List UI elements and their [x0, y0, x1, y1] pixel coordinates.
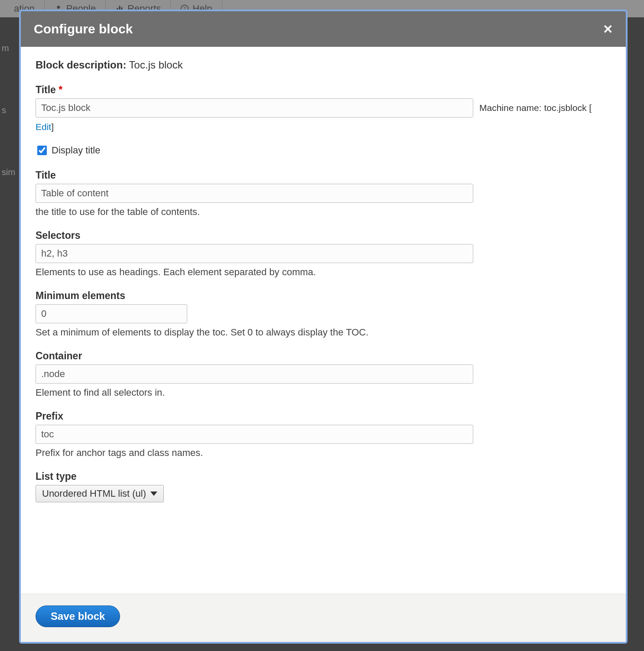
- toc-title-label: Title: [36, 169, 611, 181]
- field-prefix: Prefix Prefix for anchor tags and class …: [36, 410, 611, 459]
- field-list-type: List type Unordered HTML list (ul): [36, 471, 611, 502]
- selectors-input[interactable]: [36, 244, 473, 263]
- field-display-title: Display title: [36, 144, 611, 156]
- prefix-desc: Prefix for anchor tags and class names.: [36, 447, 611, 459]
- selectors-label: Selectors: [36, 230, 611, 241]
- configure-block-dialog: Configure block ✕ Block description: Toc…: [19, 10, 628, 644]
- field-toc-title: Title the title to use for the table of …: [36, 169, 611, 218]
- container-input[interactable]: [36, 365, 473, 384]
- display-title-label: Display title: [52, 145, 100, 156]
- toc-title-desc: the title to use for the table of conten…: [36, 206, 611, 218]
- field-main-title: Title * Machine name: toc.jsblock [ Edit…: [36, 84, 611, 132]
- container-desc: Element to find all selectors in.: [36, 387, 611, 398]
- min-elements-label: Minimum elements: [36, 290, 611, 302]
- selectors-desc: Elements to use as headings. Each elemen…: [36, 267, 611, 278]
- machine-name-edit: Edit]: [36, 122, 611, 132]
- toc-title-input[interactable]: [36, 184, 473, 203]
- machine-name-edit-link[interactable]: Edit: [36, 122, 51, 132]
- list-type-label: List type: [36, 471, 611, 482]
- dialog-title: Configure block: [34, 22, 133, 36]
- dialog-close-button[interactable]: ✕: [603, 22, 613, 36]
- container-label: Container: [36, 350, 611, 362]
- required-marker: *: [59, 84, 62, 95]
- block-description: Block description: Toc.js block: [36, 59, 611, 71]
- list-type-value: Unordered HTML list (ul): [42, 488, 146, 499]
- main-title-input[interactable]: [36, 98, 473, 117]
- dialog-body: Block description: Toc.js block Title * …: [21, 47, 626, 594]
- block-description-label: Block description:: [36, 59, 126, 71]
- list-type-select[interactable]: Unordered HTML list (ul): [36, 485, 164, 502]
- save-block-button[interactable]: Save block: [36, 605, 120, 627]
- block-description-value: Toc.js block: [129, 59, 183, 71]
- dialog-footer: Save block: [21, 594, 626, 642]
- display-title-checkbox[interactable]: [37, 146, 47, 155]
- prefix-input[interactable]: [36, 425, 473, 444]
- min-elements-input[interactable]: [36, 304, 187, 323]
- machine-name-label: Machine name: toc.jsblock [: [479, 103, 592, 113]
- field-selectors: Selectors Elements to use as headings. E…: [36, 230, 611, 278]
- chevron-down-icon: [150, 492, 157, 496]
- field-min-elements: Minimum elements Set a minimum of elemen…: [36, 290, 611, 338]
- min-elements-desc: Set a minimum of elements to display the…: [36, 327, 611, 338]
- main-title-label: Title: [36, 84, 56, 95]
- field-container: Container Element to find all selectors …: [36, 350, 611, 398]
- dialog-header: Configure block ✕: [21, 11, 626, 47]
- prefix-label: Prefix: [36, 410, 611, 422]
